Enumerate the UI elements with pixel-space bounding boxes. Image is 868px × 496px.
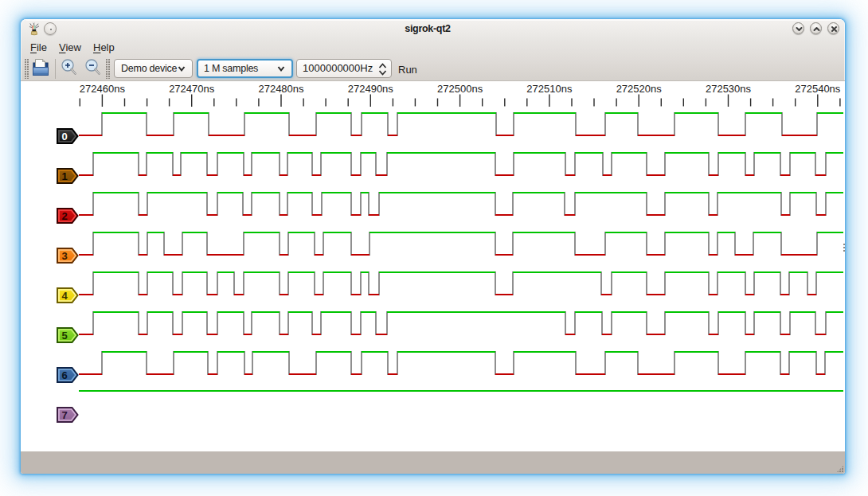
svg-text:272530ns: 272530ns	[706, 83, 752, 95]
svg-text:6: 6	[61, 369, 67, 381]
svg-text:272490ns: 272490ns	[348, 83, 394, 95]
svg-text:272500ns: 272500ns	[437, 83, 483, 95]
svg-text:3: 3	[61, 250, 67, 262]
svg-text:272520ns: 272520ns	[616, 83, 663, 95]
svg-text:272460ns: 272460ns	[80, 83, 126, 95]
svg-text:2: 2	[61, 210, 67, 222]
svg-text:5: 5	[61, 330, 67, 342]
svg-text:272510ns: 272510ns	[526, 83, 573, 95]
svg-text:0: 0	[61, 131, 67, 143]
svg-text:4: 4	[61, 290, 68, 302]
svg-text:272540ns: 272540ns	[795, 83, 841, 95]
svg-text:272480ns: 272480ns	[258, 83, 304, 95]
svg-text:7: 7	[61, 409, 67, 421]
svg-text:272470ns: 272470ns	[169, 83, 215, 95]
svg-text:1: 1	[61, 170, 67, 182]
